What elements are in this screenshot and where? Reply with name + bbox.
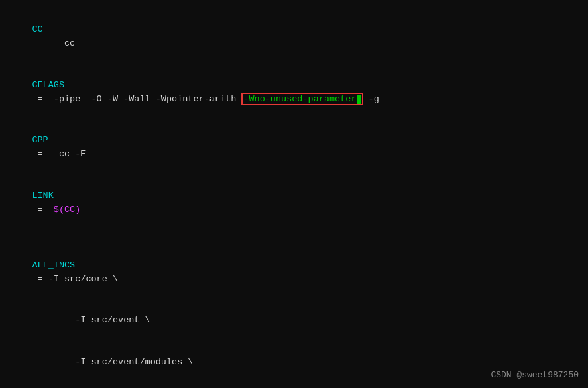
allincs-line-1: ALL_INCS = -I src/core \ xyxy=(11,245,577,301)
cflags-line: CFLAGS = -pipe -O -W -Wall -Wpointer-ari… xyxy=(11,65,577,121)
link-line: LINK = $(CC) xyxy=(11,175,577,231)
cpp-line: CPP = cc -E xyxy=(11,120,577,175)
watermark: CSDN @sweet987250 xyxy=(491,370,579,380)
cursor xyxy=(357,95,361,104)
highlighted-flag: -Wno-unused-parameter xyxy=(241,93,363,105)
allincs-line-4: -I src/os/unix \ xyxy=(11,383,577,388)
terminal-window: CC = cc CFLAGS = -pipe -O -W -Wall -Wpoi… xyxy=(0,0,588,388)
cc-line: CC = cc xyxy=(11,9,577,65)
empty-line-1 xyxy=(11,231,577,245)
allincs-line-2: -I src/event \ xyxy=(11,300,577,342)
